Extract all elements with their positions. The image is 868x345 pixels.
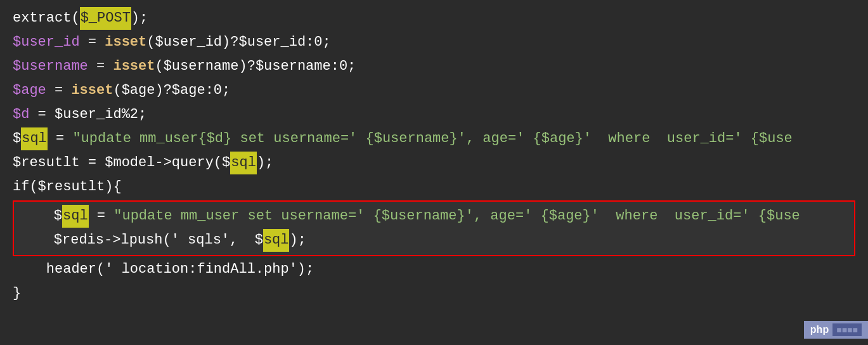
code-line-5: $d = $user_id%2; — [13, 103, 855, 127]
code-line-6: $sql = "update mm_user{$d} set username=… — [13, 127, 855, 151]
code-text: = $user_id%2; — [29, 103, 146, 126]
highlight-sql: sql — [230, 152, 257, 174]
code-text: if($resutlt){ — [13, 176, 122, 198]
highlight-sql: sql — [62, 205, 89, 227]
php-badge-extra: ■■■■ — [832, 323, 862, 336]
code-text: $age — [13, 79, 46, 101]
code-text: $ — [20, 205, 62, 227]
code-line-8: if($resutlt){ — [13, 175, 855, 199]
code-text: extract( — [13, 7, 80, 29]
code-line-footer-2: } — [13, 282, 855, 306]
highlight-sql: sql — [21, 127, 48, 150]
php-badge: php ■■■■ — [804, 321, 868, 339]
php-label: php — [810, 324, 829, 335]
code-line-footer-1: header(' location:findAll.php'); — [13, 257, 855, 282]
highlight-sql: sql — [263, 229, 290, 251]
code-text: = — [89, 205, 114, 227]
code-text: isset — [105, 31, 146, 53]
code-line-4: $age = isset($age)?$age:0; — [13, 79, 855, 103]
code-text: ($username)?$username:0; — [155, 55, 356, 77]
code-text: ); — [257, 152, 273, 174]
code-text: isset — [113, 55, 155, 77]
highlight-post: $_POST — [80, 7, 131, 29]
code-text: "update mm_user{$d} set username=' {$use… — [72, 127, 792, 150]
box-code-line-2: $redis->lpush(' sqls', $sql); — [20, 228, 848, 252]
code-line-3: $username = isset($username)?$username:0… — [13, 55, 855, 79]
code-text: ($age)?$age:0; — [113, 79, 230, 101]
code-text: = — [46, 79, 72, 101]
box-code-line-1: $sql = "update mm_user set username=' {$… — [20, 204, 848, 228]
code-text: $username — [13, 55, 88, 77]
code-text: $ — [13, 127, 21, 150]
code-text: ); — [131, 7, 148, 29]
code-text: $d — [13, 103, 29, 126]
code-text: = — [88, 55, 113, 77]
code-text: header(' location:findAll.php'); — [13, 258, 314, 280]
code-text: $user_id — [13, 31, 80, 53]
code-text: "update mm_user set username=' {$usernam… — [113, 205, 800, 227]
code-line-2: $user_id = isset($user_id)?$user_id:0; — [13, 30, 855, 55]
code-text: = — [48, 127, 73, 150]
highlighted-code-block: $sql = "update mm_user set username=' {$… — [13, 200, 855, 256]
code-text: isset — [71, 79, 113, 101]
code-line-7: $resutlt = $model->query($sql); — [13, 151, 855, 175]
code-text: ($user_id)?$user_id:0; — [146, 31, 330, 53]
code-line-1: extract($_POST); — [13, 6, 855, 30]
code-text: = — [80, 31, 105, 53]
code-editor: extract($_POST); $user_id = isset($user_… — [0, 0, 868, 345]
code-text: $redis->lpush(' sqls', $ — [20, 229, 263, 251]
code-text: } — [13, 282, 21, 304]
code-text: ); — [289, 229, 306, 251]
code-text: $resutlt = $model->query($ — [13, 152, 230, 174]
